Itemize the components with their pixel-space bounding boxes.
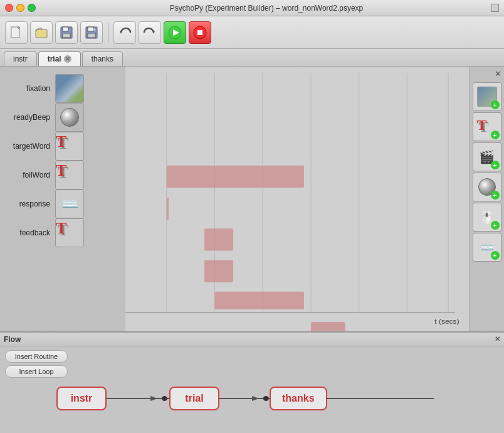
plus-icon: + — [491, 251, 500, 260]
window-controls — [5, 4, 36, 12]
toolbar: + — [0, 16, 504, 49]
add-mouse-button[interactable]: 🖱️ + — [473, 203, 501, 232]
svg-marker-36 — [150, 396, 157, 401]
svg-point-34 — [162, 396, 167, 401]
component-list: fixation readyBeep targetWord T T — [0, 67, 125, 331]
titlebar: PsychoPy (Experiment Builder) – word_non… — [0, 0, 504, 16]
svg-text:t (secs): t (secs) — [434, 318, 459, 324]
component-label-foilword: foilWord — [0, 171, 50, 179]
svg-rect-9 — [88, 33, 95, 38]
toolbar-separator-1 — [108, 23, 108, 43]
component-row-feedback[interactable]: feedback T T — [0, 218, 125, 247]
right-panel: ✕ + T T + 🎬 + + — [469, 67, 504, 331]
flow-node-trial[interactable]: trial — [169, 387, 219, 410]
component-icon-targetword[interactable]: T T — [55, 132, 84, 161]
add-sound-button[interactable]: + — [473, 173, 501, 201]
svg-marker-37 — [252, 396, 259, 401]
plus-icon: + — [491, 131, 500, 139]
svg-rect-27 — [167, 166, 304, 188]
component-icon-readybeep[interactable] — [55, 103, 84, 132]
component-label-feedback: feedback — [0, 228, 50, 237]
component-icon-foilword[interactable]: T T — [55, 161, 84, 190]
component-row-foilword[interactable]: foilWord T T — [0, 161, 125, 190]
open-button[interactable] — [30, 21, 53, 44]
tab-trial[interactable]: trial ✕ — [38, 51, 81, 66]
window-title: PsychoPy (Experiment Builder) – word_non… — [42, 4, 491, 13]
app-window: PsychoPy (Experiment Builder) – word_non… — [0, 0, 504, 433]
resize-button[interactable] — [491, 4, 499, 12]
svg-rect-28 — [167, 198, 169, 220]
add-text-button[interactable]: T T + — [473, 112, 501, 141]
flow-title: Flow — [4, 335, 21, 344]
flow-header: Flow ✕ — [0, 333, 504, 346]
minimize-button[interactable] — [16, 4, 24, 12]
svg-marker-12 — [152, 31, 155, 34]
stop-button[interactable] — [189, 21, 211, 44]
run-button[interactable] — [164, 21, 186, 44]
close-button[interactable] — [5, 4, 13, 12]
flow-close-button[interactable]: ✕ — [495, 335, 500, 343]
component-label-response: response — [0, 200, 50, 208]
svg-rect-32 — [311, 322, 345, 331]
tab-instr[interactable]: instr — [4, 51, 37, 66]
timeline-svg: t (secs) — [125, 67, 469, 331]
insert-routine-button[interactable]: Insert Routine — [5, 350, 68, 363]
new-button[interactable] — [5, 21, 28, 44]
undo-button[interactable] — [113, 21, 136, 44]
component-row-readybeep[interactable]: readyBeep — [0, 103, 125, 132]
redo-button[interactable] — [139, 21, 161, 44]
plus-icon: + — [491, 221, 500, 230]
svg-rect-5 — [63, 27, 68, 31]
svg-rect-29 — [204, 228, 233, 250]
component-icon-response[interactable]: ⌨️ — [55, 190, 84, 218]
right-panel-close[interactable]: ✕ — [495, 69, 501, 78]
svg-rect-30 — [204, 260, 233, 282]
component-icon-fixation[interactable] — [55, 74, 84, 103]
component-label-readybeep: readyBeep — [0, 113, 50, 122]
svg-text:+: + — [93, 28, 95, 32]
plus-icon: + — [491, 191, 500, 200]
keyboard-icon: ⌨️ — [61, 196, 78, 212]
routine-editor: fixation readyBeep targetWord T T — [0, 67, 504, 331]
component-row-response[interactable]: response ⌨️ — [0, 190, 125, 218]
plus-icon: + — [491, 100, 500, 109]
svg-rect-31 — [214, 292, 303, 309]
svg-rect-6 — [63, 33, 70, 38]
plus-icon: + — [491, 161, 500, 169]
flow-diagram: instr trial thanks — [0, 367, 504, 430]
tabs-bar: instr trial ✕ thanks — [0, 49, 504, 67]
flow-node-thanks[interactable]: thanks — [270, 387, 327, 410]
flow-area: Flow ✕ Insert Routine Insert Loop ins — [0, 331, 504, 433]
svg-rect-16 — [197, 30, 202, 35]
component-label-fixation: fixation — [0, 84, 50, 93]
save-button[interactable] — [55, 21, 78, 44]
add-movie-button[interactable]: 🎬 + — [473, 142, 501, 171]
component-row-targetword[interactable]: targetWord T T — [0, 132, 125, 161]
component-row-fixation[interactable]: fixation — [0, 74, 125, 103]
tab-trial-close[interactable]: ✕ — [64, 55, 71, 63]
svg-marker-11 — [120, 31, 122, 34]
maximize-button[interactable] — [28, 4, 36, 12]
svg-point-35 — [263, 396, 269, 401]
add-image-button[interactable]: + — [473, 82, 501, 111]
flow-node-instr[interactable]: instr — [56, 387, 107, 410]
timeline-area: t (secs) — [125, 67, 469, 331]
saveas-button[interactable]: + — [80, 21, 103, 44]
component-label-targetword: targetWord — [0, 142, 50, 151]
tab-thanks[interactable]: thanks — [82, 51, 123, 66]
component-icon-feedback[interactable]: T T — [55, 218, 84, 247]
add-keyboard-button[interactable]: ⌨️ + — [473, 233, 501, 262]
svg-rect-2 — [36, 29, 47, 38]
